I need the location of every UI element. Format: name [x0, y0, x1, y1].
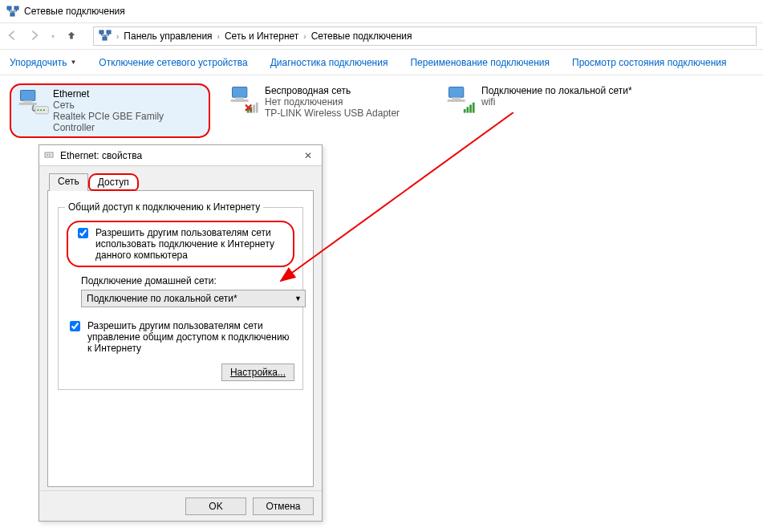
ethernet-adapter-icon	[16, 88, 48, 120]
group-legend: Общий доступ к подключению к Интернету	[65, 201, 263, 213]
caret-down-icon: ▼	[70, 59, 76, 66]
nav-bar: ▾ › Панель управления › Сеть и Интернет …	[0, 22, 763, 50]
home-network-value: Подключение по локальной сети*	[87, 293, 237, 304]
connection-device: Realtek PCIe GBE Family Controller	[53, 111, 204, 133]
status-button[interactable]: Просмотр состояния подключения	[572, 57, 726, 68]
svg-rect-25	[464, 109, 466, 113]
connection-name: Подключение по локальной сети*	[481, 85, 632, 96]
svg-rect-5	[103, 37, 107, 40]
cancel-button[interactable]: Отмена	[253, 497, 314, 515]
allow-control-checkbox[interactable]	[70, 321, 80, 331]
connection-name: Ethernet	[53, 88, 204, 99]
svg-point-12	[43, 109, 45, 111]
organize-label: Упорядочить	[10, 57, 67, 68]
window-titlebar: Сетевые подключения	[0, 0, 763, 22]
connection-device: TP-LINK Wireless USB Adapter	[265, 108, 400, 119]
tab-access[interactable]: Доступ	[88, 173, 139, 191]
connection-status: Сеть	[53, 99, 204, 111]
close-icon[interactable]: ✕	[299, 150, 317, 161]
crumb-sep-icon: ›	[302, 32, 307, 41]
connection-item-ethernet[interactable]: Ethernet Сеть Realtek PCIe GBE Family Co…	[10, 83, 210, 138]
tab-network[interactable]: Сеть	[49, 173, 88, 191]
svg-rect-23	[452, 97, 461, 99]
connection-name: Беспроводная сеть	[265, 85, 400, 96]
dialog-titlebar[interactable]: Ethernet: свойства ✕	[39, 145, 322, 166]
svg-rect-6	[21, 91, 35, 101]
allow-sharing-checkbox[interactable]	[78, 228, 88, 238]
crumb-sep-icon: ›	[216, 32, 221, 41]
disable-device-button[interactable]: Отключение сетевого устройства	[99, 57, 247, 68]
tab-panel-access: Общий доступ к подключению к Интернету Р…	[47, 190, 314, 487]
svg-rect-26	[467, 107, 469, 112]
svg-rect-18	[253, 105, 255, 113]
adapter-small-icon	[44, 150, 55, 161]
connection-item-local[interactable]: Подключение по локальной сети* wifi	[443, 83, 643, 138]
nav-back-icon[interactable]	[6, 30, 18, 43]
settings-button[interactable]: Настройка...	[221, 363, 294, 381]
rename-button[interactable]: Переименование подключения	[410, 57, 550, 68]
svg-rect-7	[23, 100, 32, 103]
svg-point-31	[47, 154, 48, 156]
svg-rect-13	[233, 87, 247, 98]
connection-item-wireless[interactable]: Беспроводная сеть Нет подключения TP-LIN…	[226, 83, 427, 138]
crumb-sep-icon: ›	[115, 32, 120, 41]
dialog-title: Ethernet: свойства	[60, 150, 299, 161]
properties-dialog: Ethernet: свойства ✕ Сеть Доступ Общий д…	[39, 144, 323, 522]
svg-rect-0	[7, 6, 11, 10]
command-bar: Упорядочить ▼ Отключение сетевого устрой…	[0, 50, 763, 75]
svg-point-10	[37, 109, 39, 111]
connections-list: Ethernet Сеть Realtek PCIe GBE Family Co…	[10, 83, 753, 138]
local-adapter-icon	[444, 85, 477, 117]
svg-rect-28	[473, 103, 475, 113]
svg-rect-2	[10, 13, 14, 16]
crumb-leaf[interactable]: Сетевые подключения	[308, 30, 416, 42]
chevron-down-icon: ▼	[294, 294, 302, 303]
home-network-select[interactable]: Подключение по локальной сети* ▼	[81, 290, 306, 307]
history-dropdown-icon[interactable]: ▾	[51, 33, 55, 40]
svg-rect-30	[45, 152, 53, 157]
ok-button[interactable]: OK	[185, 497, 246, 515]
svg-rect-24	[448, 99, 465, 102]
svg-rect-15	[231, 99, 249, 102]
connection-status: wifi	[481, 96, 632, 108]
svg-rect-4	[107, 30, 111, 34]
window-title: Сетевые подключения	[24, 6, 125, 17]
organize-menu[interactable]: Упорядочить ▼	[10, 57, 76, 68]
connection-status: Нет подключения	[265, 96, 400, 108]
ics-groupbox: Общий доступ к подключению к Интернету Р…	[58, 207, 303, 390]
svg-rect-3	[99, 30, 103, 34]
nav-up-icon[interactable]	[66, 30, 77, 43]
svg-point-11	[40, 109, 42, 111]
crumb-root[interactable]: Панель управления	[120, 30, 215, 42]
diagnose-button[interactable]: Диагностика подключения	[270, 57, 388, 68]
svg-rect-8	[19, 103, 37, 105]
address-bar[interactable]: › Панель управления › Сеть и Интернет › …	[93, 26, 757, 46]
svg-rect-27	[469, 105, 472, 113]
path-icon	[99, 29, 112, 44]
allow-control-row[interactable]: Разрешить другим пользователям сети упра…	[67, 320, 294, 354]
allow-sharing-row[interactable]: Разрешить другим пользователям сети испо…	[67, 221, 294, 267]
allow-control-label: Разрешить другим пользователям сети упра…	[87, 320, 294, 354]
network-icon	[6, 5, 19, 18]
nav-forward-icon[interactable]	[29, 30, 40, 43]
svg-rect-19	[256, 103, 258, 113]
home-network-label: Подключение домашней сети:	[81, 275, 294, 286]
crumb-mid[interactable]: Сеть и Интернет	[221, 30, 302, 42]
dialog-footer: OK Отмена	[39, 490, 322, 521]
svg-point-32	[49, 154, 51, 156]
wireless-adapter-icon	[228, 85, 260, 117]
svg-rect-22	[449, 87, 464, 98]
allow-sharing-label: Разрешить другим пользователям сети испо…	[95, 227, 286, 261]
svg-rect-1	[14, 6, 18, 10]
svg-rect-14	[235, 97, 244, 99]
